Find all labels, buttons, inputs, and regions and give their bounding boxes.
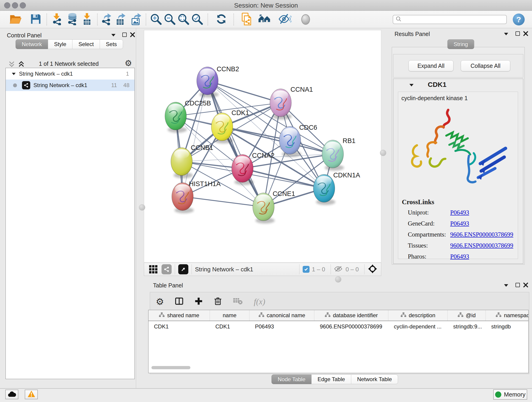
export-table-icon — [114, 13, 127, 26]
help-button[interactable]: ? — [513, 13, 525, 26]
share-view-button[interactable] — [162, 264, 172, 274]
open-session-button[interactable] — [9, 13, 22, 26]
table-header-name[interactable]: name — [210, 310, 249, 321]
crosslink-link[interactable]: P06493 — [450, 209, 469, 216]
memory-button[interactable]: Memory — [493, 389, 527, 400]
table-cell[interactable]: 9606.ENSP00000378699 — [314, 323, 388, 330]
network-node-cdc6[interactable]: CDC6 — [279, 124, 317, 157]
tab-node-table[interactable]: Node Table — [272, 375, 312, 384]
table-header-@id[interactable]: @id — [448, 310, 486, 321]
export-network-button[interactable] — [100, 13, 113, 26]
table-header-canonical-name[interactable]: canonical name — [249, 310, 314, 321]
node-label: CDK1 — [231, 109, 249, 116]
table-cell[interactable]: cyclin-dependent ... — [388, 323, 448, 330]
expand-all-button[interactable]: Expand All — [409, 60, 453, 71]
network-row-selected[interactable]: String Network – cdk1 11 48 — [6, 80, 134, 91]
network-collection-row[interactable]: String Network – cdk1 1 — [6, 68, 134, 80]
tab-style[interactable]: Style — [48, 39, 72, 49]
save-session-button[interactable] — [29, 13, 42, 26]
tab-string[interactable]: String — [447, 39, 474, 49]
grid-view-icon[interactable] — [149, 265, 157, 274]
crosslink-link[interactable]: P06493 — [450, 220, 469, 227]
table-header-namespace[interactable]: namespace — [486, 310, 529, 321]
zoom-out-button[interactable] — [163, 13, 176, 26]
apply-layout-button[interactable] — [215, 13, 228, 26]
collection-expand-icon[interactable] — [12, 73, 16, 75]
table-panel-menu-caret-icon[interactable] — [504, 284, 508, 287]
hide-selected-button[interactable] — [279, 13, 291, 26]
table-header-shared-name[interactable]: shared name — [148, 310, 210, 321]
table-cell[interactable]: stringdb:9... — [448, 323, 486, 330]
warning-status-button[interactable] — [25, 390, 38, 399]
results-panel-float-icon[interactable] — [515, 32, 520, 36]
zoom-selected-button[interactable] — [191, 13, 203, 26]
table-cell[interactable]: stringdb — [486, 323, 529, 330]
network-edge[interactable] — [207, 81, 280, 103]
import-network-button[interactable] — [51, 13, 64, 26]
table-panel-close-icon[interactable] — [523, 283, 528, 288]
table-panel-float-icon[interactable] — [515, 283, 520, 287]
export-image-button[interactable] — [130, 13, 143, 26]
table-columns-icon[interactable] — [175, 297, 184, 307]
control-panel-close-icon[interactable] — [130, 32, 135, 38]
home-button[interactable] — [258, 13, 271, 26]
houses-icon — [258, 13, 271, 26]
tab-edge-table[interactable]: Edge Table — [311, 375, 351, 384]
birdseye-view-button[interactable] — [178, 264, 188, 274]
clone-network-button[interactable] — [241, 13, 253, 26]
collapse-all-networks-icon[interactable] — [8, 60, 16, 69]
collapse-all-button[interactable]: Collapse All — [461, 60, 510, 71]
table-horizontal-scrollbar[interactable] — [152, 366, 190, 369]
tab-select[interactable]: Select — [72, 39, 100, 49]
network-node-rb1[interactable]: RB1 — [322, 137, 355, 171]
show-graphics-details-button[interactable] — [299, 13, 312, 26]
zoom-in-button[interactable] — [149, 13, 162, 26]
network-edge[interactable] — [183, 81, 208, 197]
selected-checkbox-icon[interactable] — [303, 266, 310, 273]
network-node-ccnb1[interactable]: CCNB1 — [171, 144, 213, 178]
network-edge[interactable] — [183, 197, 264, 207]
network-node-ccne1[interactable]: CCNE1 — [253, 190, 295, 224]
network-node-cdkn1a[interactable]: CDKN1A — [313, 172, 360, 205]
results-panel-close-icon[interactable] — [523, 31, 528, 37]
tab-network[interactable]: Network — [16, 39, 48, 49]
table-delete-icon[interactable] — [214, 297, 222, 307]
zoom-fit-button[interactable] — [177, 13, 190, 26]
network-node-ccnb2[interactable]: CCNB2 — [197, 65, 239, 98]
tab-sets[interactable]: Sets — [100, 39, 123, 49]
hidden-eye-slash-icon[interactable] — [334, 265, 343, 273]
network-canvas[interactable]: CCNB2CCNA1CDC25BCDK1CDC6RB1CCNB1CCNA2CDK… — [144, 30, 381, 262]
cloud-status-button[interactable] — [5, 390, 18, 399]
table-cell[interactable]: CDK1 — [210, 323, 249, 330]
crosslink-link[interactable]: 9606.ENSP00000378699 — [450, 231, 513, 238]
tab-network-table[interactable]: Network Table — [351, 375, 398, 384]
crosslink-link[interactable]: 9606.ENSP00000378699 — [450, 242, 513, 249]
pan-crosshair-icon[interactable] — [368, 264, 377, 274]
network-node-hist1h1a[interactable]: HIST1H1A — [172, 180, 221, 213]
toolbar-search[interactable] — [393, 15, 507, 24]
crosslink-row: GeneCard:P06493 — [408, 220, 518, 227]
expand-all-networks-icon[interactable] — [17, 60, 25, 69]
control-panel-float-icon[interactable] — [122, 32, 127, 37]
protein-expand-caret-icon[interactable] — [409, 84, 413, 86]
search-input[interactable] — [402, 16, 499, 23]
table-cell[interactable]: CDK1 — [148, 323, 210, 330]
import-network-from-database-button[interactable] — [66, 13, 79, 26]
network-options-gear-icon[interactable]: ⚙ — [125, 59, 132, 67]
right-splitter-handle[interactable] — [380, 150, 386, 156]
import-table-button[interactable] — [81, 13, 94, 26]
export-table-button[interactable] — [114, 13, 127, 26]
table-row[interactable]: CDK1CDK1P064939606.ENSP00000378699cyclin… — [148, 321, 529, 332]
network-node-ccna1[interactable]: CCNA1 — [270, 86, 313, 119]
table-add-icon[interactable] — [194, 297, 203, 306]
crosslink-link[interactable]: P06493 — [450, 253, 469, 260]
table-settings-gear-icon[interactable]: ⚙ — [156, 297, 164, 306]
control-panel-menu-caret-icon[interactable] — [111, 34, 115, 36]
table-header-description[interactable]: description — [388, 310, 448, 321]
table-cell[interactable]: P06493 — [249, 323, 314, 330]
network-edge[interactable] — [207, 81, 264, 207]
left-splitter-handle[interactable] — [139, 204, 145, 211]
results-panel-menu-caret-icon[interactable] — [504, 33, 508, 35]
network-node-cdc25b[interactable]: CDC25B — [165, 99, 211, 133]
table-header-database-identifier[interactable]: database identifier — [314, 310, 388, 321]
